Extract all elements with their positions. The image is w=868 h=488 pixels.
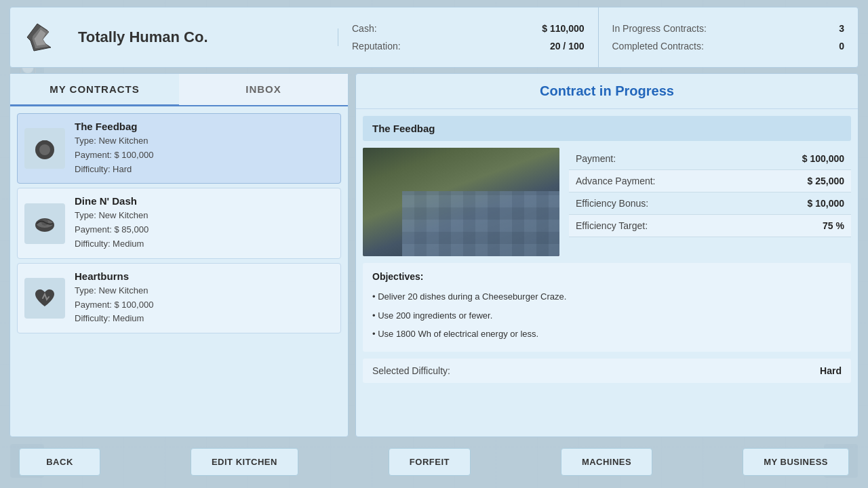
contract-details: The Feedbag [356, 109, 858, 436]
contract-body: Payment: $ 100,000 Advance Payment: $ 25… [363, 148, 851, 256]
stat-col-right: In Progress Contracts: 3 Completed Contr… [599, 7, 859, 67]
completed-label: Completed Contracts: [612, 41, 704, 52]
left-panel: MY CONTRACTS INBOX The Feedba [9, 73, 349, 437]
reputation-label: Reputation: [352, 41, 401, 52]
in-progress-value: 3 [839, 23, 844, 34]
financial-row-payment: Payment: $ 100,000 [569, 148, 851, 170]
reputation-stat: Reputation: 20 / 100 [352, 41, 585, 52]
right-panel: Contract in Progress The Feedbag [355, 73, 859, 437]
difficulty-value: Hard [820, 365, 842, 376]
in-progress-stat: In Progress Contracts: 3 [612, 23, 845, 34]
svg-rect-10 [363, 148, 559, 256]
contract-difficulty-feedbag: Difficulty: Hard [75, 163, 334, 177]
toolbar: BACK EDIT KITCHEN FORFEIT MACHINES MY BU… [9, 443, 859, 481]
svg-rect-14 [366, 168, 387, 171]
objective-1: • Deliver 20 dishes during a Cheeseburge… [372, 287, 842, 306]
svg-rect-15 [526, 155, 559, 236]
contract-item-dine-n-dash[interactable]: Dine N' Dash Type: New Kitchen Payment: … [17, 188, 341, 258]
contract-icon-feedbag [24, 128, 65, 169]
svg-rect-29 [417, 185, 431, 195]
contract-payment-feedbag: Payment: $ 100,000 [75, 148, 334, 163]
contract-in-progress-title: Contract in Progress [356, 74, 858, 109]
svg-rect-28 [400, 185, 414, 195]
svg-rect-31 [424, 199, 485, 246]
completed-stat: Completed Contracts: 0 [612, 41, 845, 52]
in-progress-label: In Progress Contracts: [612, 23, 707, 34]
objective-3: • Use 1800 Wh of electrical energy or le… [372, 325, 842, 344]
objectives-section: Objectives: • Deliver 20 dishes during a… [363, 263, 851, 352]
svg-rect-35 [542, 174, 551, 180]
contract-info-feedbag: The Feedbag Type: New Kitchen Payment: $… [75, 121, 334, 176]
financial-row-advance: Advance Payment: $ 25,000 [569, 170, 851, 192]
completed-value: 0 [839, 41, 844, 52]
contract-name-feedbag: The Feedbag [75, 121, 334, 132]
contract-type-heartburns: Type: New Kitchen [75, 284, 334, 298]
cash-stat: Cash: $ 110,000 [352, 23, 585, 34]
svg-rect-17 [397, 161, 519, 175]
financial-row-efficiency-bonus: Efficiency Bonus: $ 10,000 [569, 192, 851, 215]
contract-info-dine-n-dash: Dine N' Dash Type: New Kitchen Payment: … [75, 195, 334, 251]
stat-col-left: Cash: $ 110,000 Reputation: 20 / 100 [338, 7, 599, 67]
svg-rect-32 [531, 161, 539, 168]
reputation-value: 20 / 100 [550, 41, 585, 52]
payment-label: Payment: [576, 153, 616, 164]
contract-item-heartburns[interactable]: Heartburns Type: New Kitchen Payment: $ … [17, 263, 341, 333]
advance-value: $ 25,000 [808, 176, 845, 186]
cash-value: $ 110,000 [542, 23, 584, 34]
contract-icon-dine-n-dash [24, 203, 65, 244]
efficiency-bonus-value: $ 10,000 [808, 198, 845, 209]
contract-type-feedbag: Type: New Kitchen [75, 134, 334, 148]
advance-label: Advance Payment: [576, 176, 656, 186]
svg-rect-13 [366, 161, 387, 164]
contract-difficulty-dine-n-dash: Difficulty: Medium [75, 237, 334, 251]
contracts-list: The Feedbag Type: New Kitchen Payment: $… [10, 106, 348, 436]
company-name: Totally Human Co. [71, 28, 338, 46]
contract-title-bar: The Feedbag [363, 116, 851, 141]
toolbar-buttons: BACK EDIT KITCHEN FORFEIT MACHINES MY BU… [19, 448, 849, 476]
contract-difficulty-heartburns: Difficulty: Medium [75, 312, 334, 326]
edit-kitchen-button[interactable]: EDIT KITCHEN [191, 448, 298, 476]
contract-payment-heartburns: Payment: $ 100,000 [75, 298, 334, 312]
company-logo [10, 7, 71, 68]
objectives-title: Objectives: [372, 271, 842, 282]
tab-bar: MY CONTRACTS INBOX [10, 74, 348, 106]
efficiency-target-label: Efficiency Target: [576, 220, 648, 231]
payment-value: $ 100,000 [802, 153, 844, 164]
content-area: MY CONTRACTS INBOX The Feedba [9, 73, 859, 437]
contract-name-heartburns: Heartburns [75, 270, 334, 282]
objective-2: • Use 200 ingredients or fewer. [372, 306, 842, 325]
svg-rect-34 [531, 174, 539, 180]
my-business-button[interactable]: MY BUSINESS [743, 448, 849, 476]
forfeit-button[interactable]: FORFEIT [389, 448, 471, 476]
tab-inbox[interactable]: INBOX [179, 74, 348, 105]
difficulty-label: Selected Difficulty: [372, 365, 450, 376]
svg-rect-30 [465, 185, 481, 195]
header-stats: Cash: $ 110,000 Reputation: 20 / 100 In … [338, 7, 858, 67]
difficulty-section: Selected Difficulty: Hard [363, 359, 851, 383]
contract-image [363, 148, 559, 256]
back-button[interactable]: BACK [19, 448, 100, 476]
svg-rect-11 [363, 148, 390, 256]
efficiency-target-value: 75 % [823, 220, 844, 231]
svg-rect-12 [363, 148, 559, 168]
financial-row-efficiency-target: Efficiency Target: 75 % [569, 215, 851, 237]
kitchen-preview [363, 148, 559, 256]
machines-button[interactable]: MACHINES [561, 448, 652, 476]
contract-type-dine-n-dash: Type: New Kitchen [75, 209, 334, 223]
tab-my-contracts[interactable]: MY CONTRACTS [10, 74, 179, 106]
contract-icon-heartburns [24, 278, 65, 319]
svg-rect-33 [542, 161, 551, 168]
contract-info-heartburns: Heartburns Type: New Kitchen Payment: $ … [75, 270, 334, 326]
svg-point-6 [39, 144, 50, 155]
contract-item-feedbag[interactable]: The Feedbag Type: New Kitchen Payment: $… [17, 113, 341, 184]
contract-name-dine-n-dash: Dine N' Dash [75, 195, 334, 207]
efficiency-bonus-label: Efficiency Bonus: [576, 198, 648, 209]
contract-payment-dine-n-dash: Payment: $ 85,000 [75, 223, 334, 237]
contract-financials: Payment: $ 100,000 Advance Payment: $ 25… [569, 148, 851, 256]
svg-rect-18 [397, 182, 522, 256]
svg-rect-16 [526, 236, 559, 256]
header: Totally Human Co. Cash: $ 110,000 Reputa… [9, 7, 859, 68]
cash-label: Cash: [352, 23, 377, 34]
